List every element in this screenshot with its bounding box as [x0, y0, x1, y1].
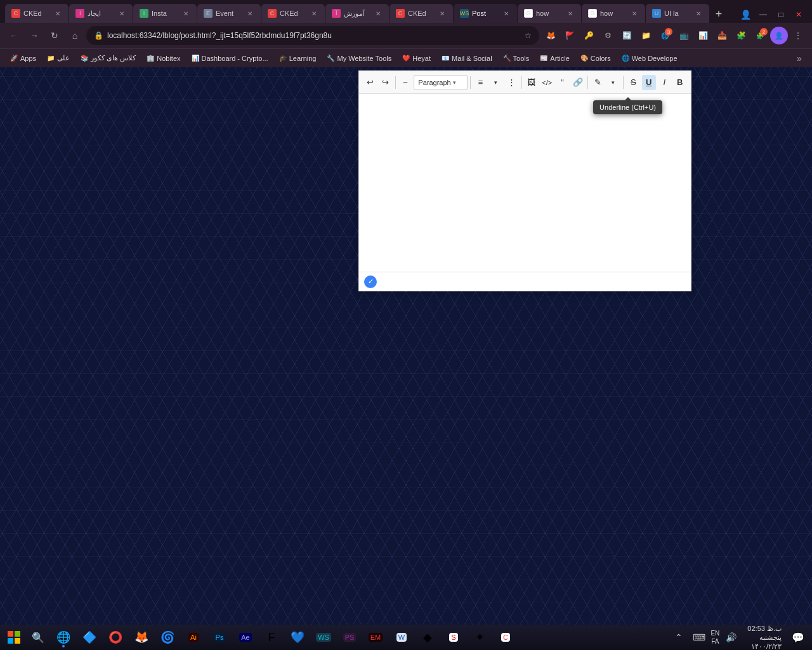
nav-extra-btn-6[interactable]: 📁: [637, 27, 655, 44]
bookmark-b11[interactable]: 📰 Article: [535, 52, 574, 65]
tab-close-t5[interactable]: ✕: [310, 9, 318, 18]
start-button[interactable]: [3, 626, 25, 649]
nav-extra-btn-8[interactable]: 📺: [675, 27, 693, 44]
underline-btn[interactable]: U Underline (Ctrl+U): [642, 75, 656, 90]
tab-profile-icon[interactable]: 👤: [737, 6, 754, 23]
tab-close-t1[interactable]: ✕: [53, 9, 62, 18]
tab-t2[interactable]: ا ایجاد ✕: [69, 4, 133, 23]
list-dropdown-btn[interactable]: ▾: [489, 75, 503, 90]
nav-refresh-btn[interactable]: ↻: [46, 27, 63, 44]
profile-avatar[interactable]: 👤: [770, 27, 788, 44]
taskbar-app-chrome[interactable]: 🌐: [51, 626, 76, 649]
bookmark-b7[interactable]: 🔧 My Website Tools: [322, 52, 396, 65]
taskbar-app-word[interactable]: W: [389, 626, 414, 649]
tab-t8[interactable]: WS Post ✕: [454, 4, 517, 23]
bookmark-b4[interactable]: 🏢 Nobitex: [141, 52, 185, 65]
taskbar-volume-icon[interactable]: 🔊: [722, 628, 740, 646]
taskbar-app-app1[interactable]: ◆: [415, 626, 440, 649]
taskbar-search-btn[interactable]: 🔍: [27, 626, 49, 649]
tab-close-t10[interactable]: ✕: [630, 9, 639, 18]
tab-t3[interactable]: I Insta ✕: [133, 4, 197, 23]
tab-t1[interactable]: C CKEd ✕: [5, 4, 69, 23]
tab-close-t11[interactable]: ✕: [694, 9, 703, 18]
tab-close-t3[interactable]: ✕: [181, 9, 190, 18]
paragraph-select[interactable]: Paragraph ▾: [414, 75, 468, 90]
tab-t7[interactable]: C CKEd ✕: [390, 4, 453, 23]
tab-close-t7[interactable]: ✕: [438, 9, 447, 18]
nav-home-btn[interactable]: ⌂: [66, 27, 84, 44]
bullet-list-btn[interactable]: ⋮: [504, 75, 518, 90]
bookmark-b9[interactable]: 📧 Mail & Social: [436, 52, 497, 65]
taskbar-lang[interactable]: EN FA: [710, 629, 719, 646]
taskbar-app-pstorm[interactable]: PS: [337, 626, 362, 649]
tab-close-t9[interactable]: ✕: [566, 9, 575, 18]
nav-extra-btn-11[interactable]: 🧩: [732, 27, 750, 44]
tab-close-t6[interactable]: ✕: [374, 9, 383, 18]
tab-t9[interactable]: G how ✕: [518, 4, 581, 23]
nav-extra-btn-9[interactable]: 📊: [694, 27, 712, 44]
tab-t10[interactable]: G how ✕: [582, 4, 645, 23]
tab-close-t4[interactable]: ✕: [246, 9, 254, 18]
taskbar-app-ai[interactable]: Ai: [181, 626, 206, 649]
taskbar-notification-btn[interactable]: 💬: [789, 628, 807, 646]
taskbar-app-app3[interactable]: C: [493, 626, 518, 649]
tab-close-t8[interactable]: ✕: [502, 9, 511, 18]
taskbar-app-skype[interactable]: S: [441, 626, 466, 649]
list-btn[interactable]: ≡: [473, 75, 487, 90]
nav-extra-btn-4[interactable]: ⚙: [599, 27, 617, 44]
bookmark-b8[interactable]: ❤️ Heyat: [397, 52, 435, 65]
new-tab-btn[interactable]: +: [710, 5, 728, 23]
taskbar-chevron-up[interactable]: ⌃: [670, 628, 688, 646]
bookmark-b1[interactable]: 🚀 Apps: [5, 52, 41, 65]
nav-extra-btn-7[interactable]: 🌐 3: [656, 27, 674, 44]
nav-forward-btn[interactable]: →: [25, 27, 43, 44]
taskbar-app-firefox[interactable]: 🦊: [129, 626, 154, 649]
taskbar-app-em[interactable]: EM: [363, 626, 388, 649]
link-btn[interactable]: 🔗: [571, 75, 585, 90]
bookmark-b13[interactable]: 🌐 Web Develope: [617, 52, 682, 65]
nav-menu-btn[interactable]: ⋮: [789, 27, 807, 44]
strikethrough-btn[interactable]: S: [626, 75, 640, 90]
pencil-btn[interactable]: ✎: [591, 75, 605, 90]
bookmarks-more-btn[interactable]: »: [792, 51, 807, 66]
nav-extra-btn-10[interactable]: 📥: [713, 27, 731, 44]
nav-extra-btn-3[interactable]: 🔑: [580, 27, 598, 44]
pencil-dropdown-btn[interactable]: ▾: [606, 75, 620, 90]
tab-t5[interactable]: C CKEd ✕: [261, 4, 325, 23]
minus-btn[interactable]: −: [398, 75, 412, 90]
tab-minimize-btn[interactable]: —: [755, 6, 771, 23]
bookmark-b6[interactable]: 🎓 Learning: [274, 52, 321, 65]
undo-btn[interactable]: ↩: [363, 75, 377, 90]
code-btn[interactable]: </>: [540, 75, 554, 90]
taskbar-app-opera[interactable]: ⭕: [103, 626, 128, 649]
bookmark-b5[interactable]: 📊 Dashboard - Crypto...: [187, 52, 273, 65]
taskbar-app-ae[interactable]: Ae: [233, 626, 258, 649]
tab-t6[interactable]: آ آموزش ✕: [325, 4, 389, 23]
address-star-icon[interactable]: ☆: [525, 31, 532, 40]
bookmark-b10[interactable]: 🔨 Tools: [498, 52, 534, 65]
nav-extra-btn-2[interactable]: 🚩: [561, 27, 579, 44]
tab-t4[interactable]: E Event ✕: [197, 4, 261, 23]
quote-btn[interactable]: “: [555, 75, 569, 90]
tab-close-t2[interactable]: ✕: [117, 9, 126, 18]
nav-extra-btn-5[interactable]: 🔄: [618, 27, 636, 44]
nav-back-btn[interactable]: ←: [5, 27, 23, 44]
italic-btn[interactable]: I: [657, 75, 671, 90]
taskbar-app-ws[interactable]: WS: [311, 626, 336, 649]
taskbar-clock[interactable]: 02:53 ب.ظ پنجشنبه ۱۴۰۰/۲/۲۳: [742, 624, 787, 650]
nav-extra-btn-1[interactable]: 🦊: [542, 27, 560, 44]
taskbar-keyboard-icon[interactable]: ⌨: [690, 628, 708, 646]
taskbar-app-ps[interactable]: Ps: [207, 626, 232, 649]
bookmark-b3[interactable]: 📚 کلاس های ككور: [75, 52, 140, 65]
tab-t11[interactable]: U UI la ✕: [646, 4, 709, 23]
tab-close-window-btn[interactable]: ✕: [790, 6, 807, 23]
taskbar-app-edge[interactable]: 🔷: [77, 626, 102, 649]
taskbar-app-ie[interactable]: 🌀: [155, 626, 180, 649]
taskbar-app-figma[interactable]: F: [259, 626, 284, 649]
taskbar-app-vscode[interactable]: 💙: [285, 626, 310, 649]
nav-extra-btn-12[interactable]: 🧩 2: [751, 27, 769, 44]
tab-maximize-btn[interactable]: □: [773, 6, 789, 23]
redo-btn[interactable]: ↪: [378, 75, 392, 90]
address-bar[interactable]: 🔒 localhost:63342/lblog/post.html?_ijt=1…: [86, 26, 539, 45]
image-btn[interactable]: 🖼: [525, 75, 539, 90]
